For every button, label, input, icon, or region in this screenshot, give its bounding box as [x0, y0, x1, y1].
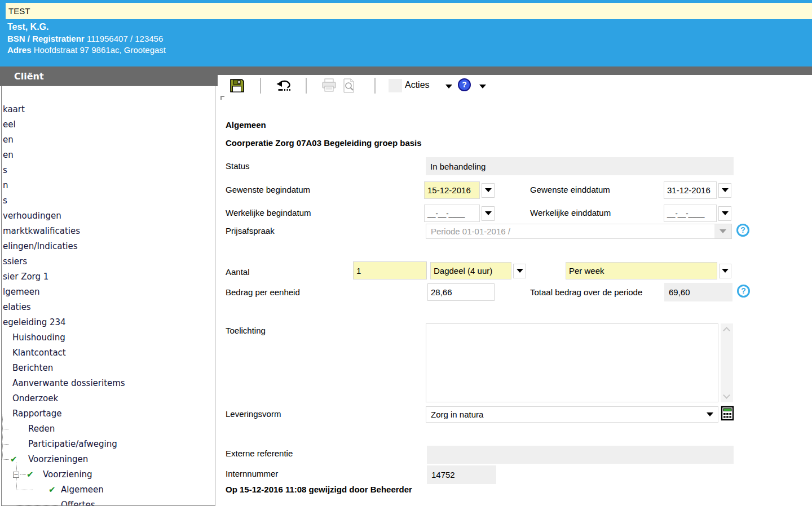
acties-dropdown-caret[interactable] — [445, 85, 452, 88]
sidebar-item-label: egeleiding 234 — [3, 317, 66, 327]
sidebar-item-label: Onderzoek — [12, 393, 58, 403]
sidebar-item-label: verhoudingen — [3, 211, 61, 221]
totaal-bedrag-help-icon[interactable]: ? — [737, 285, 750, 298]
sidebar-item-label: n — [3, 180, 8, 190]
sidebar-item[interactable]: marktkwalificaties — [2, 224, 215, 239]
scroll-down-icon[interactable] — [723, 392, 730, 399]
undo-icon — [276, 86, 293, 95]
gewenste-einddatum-dropdown-button[interactable] — [718, 183, 731, 198]
sidebar-title: Cliënt — [14, 71, 44, 82]
sidebar-item-label: Participatie/afweging — [28, 439, 117, 449]
calculator-icon — [721, 414, 734, 423]
gewenste-begindatum-dropdown-button[interactable] — [482, 183, 495, 198]
aantal-periode-value[interactable]: Per week — [566, 262, 717, 279]
werkelijke-begindatum-field[interactable]: __-__-____ — [424, 205, 495, 222]
help-dropdown-caret[interactable] — [479, 85, 486, 88]
tree-connector — [2, 444, 9, 445]
sidebar-item[interactable]: egeleiding 234 — [2, 315, 215, 330]
sidebar-tree-panel: kaarteelenensnsverhoudingenmarktkwalific… — [1, 86, 215, 506]
sidebar-item-label: ssiers — [3, 256, 27, 267]
werkelijke-einddatum-dropdown-button[interactable] — [718, 206, 731, 221]
sidebar-item-label: Aanverwante dossieritems — [12, 378, 125, 388]
sidebar-item[interactable]: Offertes — [2, 498, 215, 506]
gewenste-begindatum-field[interactable]: 15-12-2016 — [424, 181, 495, 199]
check-icon: ✔ — [10, 452, 17, 467]
aantal-eenheid-select[interactable]: Dagdeel (4 uur) — [430, 262, 526, 279]
tree-expander-icon[interactable] — [13, 472, 19, 478]
bedrag-per-eenheid-input[interactable] — [427, 283, 495, 301]
sidebar-item[interactable]: ✔Algemeen — [2, 482, 215, 498]
print-button[interactable] — [321, 78, 337, 92]
patient-header: TEST Test, K.G. BSN / Registratienr 1119… — [0, 0, 812, 66]
sidebar-item[interactable]: en — [2, 132, 215, 148]
sidebar-item[interactable]: eel — [2, 117, 215, 132]
werkelijke-einddatum-field[interactable]: __-__-____ — [664, 205, 731, 222]
aantal-eenheid-value[interactable]: Dagdeel (4 uur) — [430, 262, 511, 279]
sidebar-item[interactable]: Rapportage — [2, 406, 215, 421]
toolbar-separator — [306, 78, 307, 94]
gewenste-einddatum-field[interactable]: 31-12-2016 — [664, 181, 731, 199]
dropdown-zone[interactable] — [714, 224, 731, 238]
internnummer-field: 14752 — [427, 465, 496, 484]
sidebar-item[interactable]: s — [2, 163, 215, 178]
aantal-periode-dropdown-button[interactable] — [719, 264, 731, 278]
aantal-input[interactable] — [353, 261, 427, 279]
sidebar-item[interactable]: Huishouding — [2, 330, 215, 345]
prijsafspraak-help-icon[interactable]: ? — [736, 224, 749, 237]
sidebar-item[interactable]: Onderzoek — [2, 391, 215, 406]
client-bsn-line: BSN / Registratienr 111956407 / 123456 — [7, 34, 163, 43]
werkelijke-einddatum-value[interactable]: __-__-____ — [664, 205, 717, 222]
print-preview-button[interactable] — [342, 78, 356, 93]
aantal-periode-select[interactable]: Per week — [566, 262, 731, 279]
sidebar-item[interactable]: elaties — [2, 300, 215, 315]
toolbar-blank-icon — [389, 79, 402, 92]
undo-button[interactable] — [276, 78, 293, 93]
acties-button[interactable]: Acties — [405, 80, 430, 90]
totaal-bedrag-value: 69,60 — [669, 287, 690, 297]
save-button[interactable] — [230, 78, 244, 93]
sidebar-item[interactable]: en — [2, 148, 215, 163]
aantal-eenheid-dropdown-button[interactable] — [513, 264, 526, 278]
toelichting-scrollbar[interactable] — [721, 323, 733, 402]
sidebar-item[interactable]: ✔Voorziening — [2, 467, 215, 482]
sidebar-item[interactable]: kaart — [2, 102, 215, 117]
gewenste-einddatum-value[interactable]: 31-12-2016 — [664, 181, 717, 199]
leveringsvorm-select[interactable]: Zorg in natura — [426, 406, 718, 423]
scroll-up-icon[interactable] — [723, 327, 730, 334]
gewenste-begindatum-value[interactable]: 15-12-2016 — [424, 181, 480, 199]
adres-value: Hoofdstraat 97 9861ac, Grootegast — [34, 45, 166, 55]
sidebar-item-label: elaties — [3, 302, 31, 312]
toolbar-separator — [374, 78, 376, 94]
sidebar-item-label: Rapportage — [12, 409, 62, 419]
sidebar-item[interactable]: Aanverwante dossieritems — [2, 376, 215, 391]
sidebar-item[interactable]: Participatie/afweging — [2, 437, 215, 452]
sidebar-item[interactable]: s — [2, 193, 215, 208]
sidebar-item[interactable]: ✔Voorzieningen — [2, 452, 215, 467]
toelichting-textarea[interactable] — [426, 323, 718, 402]
help-button[interactable]: ? — [458, 78, 471, 91]
prijsafspraak-select[interactable]: Periode 01-01-2016 / — [426, 224, 732, 239]
sidebar-item[interactable]: elingen/Indicaties — [2, 239, 215, 254]
sidebar-item-label: s — [3, 196, 7, 206]
sidebar-item-label: s — [3, 165, 7, 175]
sidebar-item[interactable]: lgemeen — [2, 285, 215, 300]
tree-connector — [2, 429, 9, 429]
tree-connector — [2, 459, 9, 460]
leveringsvorm-label: Leveringsvorm — [226, 409, 281, 419]
product-title: Coorperatie Zorg 07A03 Begeleiding groep… — [226, 138, 422, 148]
sidebar-item[interactable]: Reden — [2, 421, 215, 437]
sidebar-item[interactable]: verhoudingen — [2, 208, 215, 224]
sidebar-item-label: elingen/Indicaties — [3, 241, 78, 251]
sidebar-item-label: kaart — [3, 104, 25, 114]
prijsafspraak-value: Periode 01-01-2016 / — [431, 227, 510, 236]
sidebar-item[interactable]: Berichten — [2, 361, 215, 376]
sidebar-item[interactable]: sier Zorg 1 — [2, 269, 215, 285]
calculator-button[interactable] — [720, 406, 735, 423]
werkelijke-einddatum-label: Werkelijke einddatum — [530, 208, 611, 218]
werkelijke-begindatum-dropdown-button[interactable] — [482, 206, 495, 221]
sidebar-item[interactable]: Klantcontact — [2, 345, 215, 361]
sidebar-item[interactable]: n — [2, 178, 215, 193]
werkelijke-begindatum-value[interactable]: __-__-____ — [424, 205, 480, 222]
status-field: In behandeling — [426, 157, 734, 175]
sidebar-item[interactable]: ssiers — [2, 254, 215, 269]
